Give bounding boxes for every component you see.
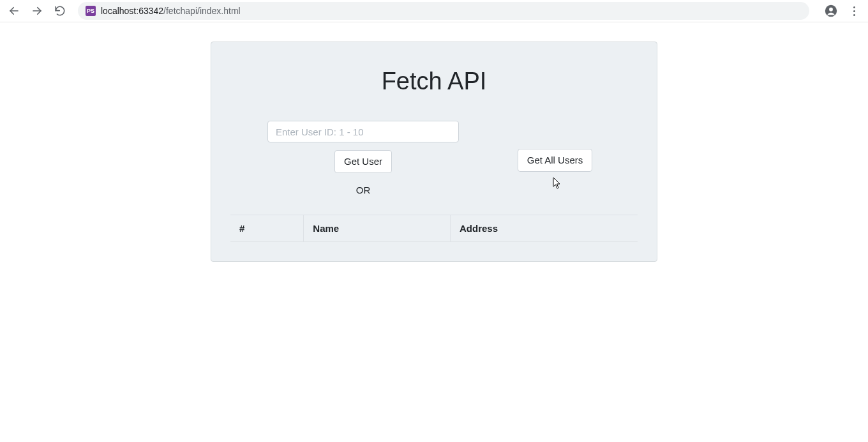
browser-menu-button[interactable]: [845, 2, 863, 20]
table-header-row: # Name Address: [230, 215, 638, 241]
arrow-right-icon: [31, 5, 43, 17]
reload-button[interactable]: [51, 2, 69, 20]
table-header-id: #: [230, 215, 304, 241]
results-table-wrapper: # Name Address: [230, 215, 638, 242]
browser-toolbar: PS localhost:63342/fetchapi/index.html: [0, 0, 868, 22]
user-circle-icon: [824, 4, 838, 18]
get-all-users-button[interactable]: Get All Users: [518, 149, 593, 172]
kebab-menu-icon: [853, 6, 855, 16]
table-header-name: Name: [304, 215, 451, 241]
back-button[interactable]: [5, 2, 23, 20]
main-card: Fetch API Get User OR Get All Users # Na…: [211, 42, 657, 262]
favicon-icon: PS: [86, 6, 96, 16]
profile-button[interactable]: [822, 2, 840, 20]
get-user-column: Get User OR: [230, 121, 459, 195]
url-text: localhost:63342/fetchapi/index.html: [101, 6, 241, 16]
results-table: # Name Address: [230, 215, 638, 242]
url-host: localhost:63342: [101, 6, 163, 16]
page-viewport: Fetch API Get User OR Get All Users # Na…: [0, 22, 868, 262]
forward-button[interactable]: [28, 2, 46, 20]
table-header-address: Address: [451, 215, 638, 241]
or-separator: OR: [356, 185, 371, 195]
get-all-users-column: Get All Users: [472, 121, 675, 172]
get-user-button[interactable]: Get User: [334, 150, 392, 173]
address-bar[interactable]: PS localhost:63342/fetchapi/index.html: [78, 2, 809, 20]
url-path: /fetchapi/index.html: [163, 6, 241, 16]
user-id-input[interactable]: [267, 121, 459, 142]
page-title: Fetch API: [230, 68, 638, 95]
arrow-left-icon: [8, 5, 20, 17]
controls-row: Get User OR Get All Users: [230, 121, 638, 195]
svg-point-3: [829, 8, 833, 11]
reload-icon: [54, 5, 66, 17]
